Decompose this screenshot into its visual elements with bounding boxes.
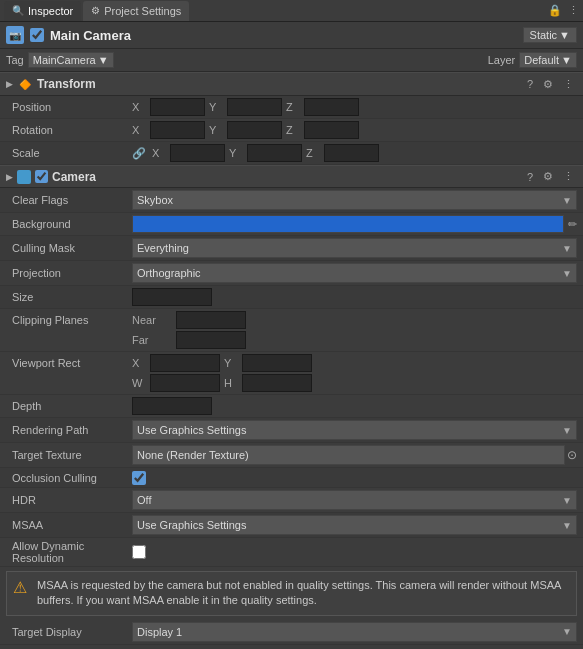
- scale-row: Scale 🔗 X 1 Y 1 Z 1: [0, 142, 583, 165]
- near-input[interactable]: 0.3: [176, 311, 246, 329]
- depth-input[interactable]: -1: [132, 397, 212, 415]
- menu-icon[interactable]: ⋮: [568, 4, 579, 17]
- camera-section-header[interactable]: ▶ Camera ? ⚙ ⋮: [0, 165, 583, 188]
- rotation-row: Rotation X 0 Y 0 Z 0: [0, 119, 583, 142]
- size-input[interactable]: 10: [132, 288, 212, 306]
- far-input[interactable]: 1000: [176, 331, 246, 349]
- hdr-dropdown[interactable]: Off ▼: [132, 490, 577, 510]
- settings-icon: ⚙: [91, 5, 100, 16]
- color-picker-icon[interactable]: ✏: [568, 218, 577, 231]
- tag-value: MainCamera: [33, 54, 96, 66]
- tab-inspector[interactable]: 🔍 Inspector: [4, 1, 81, 21]
- far-row: Far 1000: [132, 331, 246, 349]
- target-display-row: Target Display Display 1 ▼: [0, 620, 583, 645]
- position-value: X 0 Y 0 Z -10: [132, 98, 577, 116]
- camera-help-icon[interactable]: ?: [524, 170, 536, 184]
- target-texture-select-icon[interactable]: ⊙: [567, 448, 577, 462]
- transform-section-header[interactable]: ▶ 🔶 Transform ? ⚙ ⋮: [0, 72, 583, 96]
- rendering-path-row: Rendering Path Use Graphics Settings ▼: [0, 418, 583, 443]
- camera-settings-icon[interactable]: ⚙: [540, 169, 556, 184]
- msaa-row: MSAA Use Graphics Settings ▼: [0, 513, 583, 538]
- camera-enabled-checkbox[interactable]: [35, 170, 48, 183]
- camera-collapse-icon: ▶: [6, 172, 13, 182]
- viewport-xy: X 0 Y 0: [132, 354, 312, 372]
- clear-flags-text: Skybox: [137, 194, 173, 206]
- target-display-text: Display 1: [137, 626, 182, 638]
- rot-y-input[interactable]: 0: [227, 121, 282, 139]
- lock-icon[interactable]: 🔒: [548, 4, 562, 17]
- msaa-warning-box: ⚠ MSAA is requested by the camera but no…: [6, 571, 577, 616]
- msaa-dropdown[interactable]: Use Graphics Settings ▼: [132, 515, 577, 535]
- inspector-body: 📷 Main Camera Static ▼ Tag MainCamera ▼ …: [0, 22, 583, 649]
- scale-z-input[interactable]: 1: [324, 144, 379, 162]
- scale-y-input[interactable]: 1: [247, 144, 302, 162]
- object-header: 📷 Main Camera Static ▼: [0, 22, 583, 49]
- hdr-label: HDR: [12, 494, 132, 506]
- camera-comp-color: [17, 170, 31, 184]
- clear-flags-dropdown[interactable]: Skybox ▼: [132, 190, 577, 210]
- occlusion-culling-row: Occlusion Culling: [0, 468, 583, 488]
- projection-chevron: ▼: [562, 268, 572, 279]
- vp-w-input[interactable]: 1: [150, 374, 220, 392]
- background-color-swatch[interactable]: [132, 215, 564, 233]
- scale-x-input[interactable]: 1: [170, 144, 225, 162]
- tag-layer-row: Tag MainCamera ▼ Layer Default ▼: [0, 49, 583, 72]
- background-row: Background ✏: [0, 213, 583, 236]
- hdr-chevron: ▼: [562, 495, 572, 506]
- viewport-wh-row: W 1 H 1: [12, 374, 577, 392]
- culling-mask-row: Culling Mask Everything ▼: [0, 236, 583, 261]
- allow-dynamic-checkbox[interactable]: [132, 545, 146, 559]
- vp-y-label: Y: [224, 357, 238, 369]
- occlusion-culling-checkbox[interactable]: [132, 471, 146, 485]
- pos-y-label: Y: [209, 101, 223, 113]
- target-texture-label: Target Texture: [12, 449, 132, 461]
- object-name: Main Camera: [50, 28, 517, 43]
- vp-x-input[interactable]: 0: [150, 354, 220, 372]
- warning-icon: ⚠: [13, 578, 31, 597]
- target-display-dropdown[interactable]: Display 1 ▼: [132, 622, 577, 642]
- object-active-checkbox[interactable]: [30, 28, 44, 42]
- size-label: Size: [12, 291, 132, 303]
- projection-dropdown[interactable]: Orthographic ▼: [132, 263, 577, 283]
- transform-collapse-icon: ▶: [6, 79, 13, 89]
- occlusion-culling-value: [132, 471, 577, 485]
- scale-y-label: Y: [229, 147, 243, 159]
- transform-icon: 🔶: [17, 76, 33, 92]
- culling-mask-chevron: ▼: [562, 243, 572, 254]
- viewport-wh: W 1 H 1: [132, 374, 312, 392]
- transform-settings-icon[interactable]: ⚙: [540, 77, 556, 92]
- vp-h-input[interactable]: 1: [242, 374, 312, 392]
- tab-project-settings[interactable]: ⚙ Project Settings: [83, 1, 189, 21]
- viewport-rect-row: Viewport Rect X 0 Y 0 W 1 H 1: [0, 352, 583, 395]
- background-label: Background: [12, 218, 132, 230]
- rot-z-label: Z: [286, 124, 300, 136]
- vp-y-input[interactable]: 0: [242, 354, 312, 372]
- pos-y-input[interactable]: 0: [227, 98, 282, 116]
- culling-mask-dropdown[interactable]: Everything ▼: [132, 238, 577, 258]
- clear-flags-label: Clear Flags: [12, 194, 132, 206]
- camera-menu-icon[interactable]: ⋮: [560, 169, 577, 184]
- pos-x-input[interactable]: 0: [150, 98, 205, 116]
- rendering-path-dropdown[interactable]: Use Graphics Settings ▼: [132, 420, 577, 440]
- allow-dynamic-value: [132, 545, 577, 559]
- clipping-planes-label: Clipping Planes: [12, 314, 132, 326]
- static-button[interactable]: Static ▼: [523, 27, 577, 43]
- pos-z-input[interactable]: -10: [304, 98, 359, 116]
- transform-help-icon[interactable]: ?: [524, 77, 536, 91]
- clipping-near-row: Clipping Planes Near 0.3: [12, 311, 577, 329]
- msaa-label: MSAA: [12, 519, 132, 531]
- allow-dynamic-label: Allow Dynamic Resolution: [12, 540, 132, 564]
- layer-dropdown[interactable]: Default ▼: [519, 52, 577, 68]
- allow-dynamic-row: Allow Dynamic Resolution: [0, 538, 583, 567]
- rot-z-input[interactable]: 0: [304, 121, 359, 139]
- scale-xyz: 🔗 X 1 Y 1 Z 1: [132, 144, 379, 162]
- hdr-row: HDR Off ▼: [0, 488, 583, 513]
- clear-flags-value: Skybox ▼: [132, 190, 577, 210]
- pos-z-label: Z: [286, 101, 300, 113]
- transform-menu-icon[interactable]: ⋮: [560, 77, 577, 92]
- projection-value: Orthographic ▼: [132, 263, 577, 283]
- tag-dropdown[interactable]: MainCamera ▼: [28, 52, 114, 68]
- camera-title: Camera: [52, 170, 520, 184]
- rendering-path-text: Use Graphics Settings: [137, 424, 246, 436]
- rot-x-input[interactable]: 0: [150, 121, 205, 139]
